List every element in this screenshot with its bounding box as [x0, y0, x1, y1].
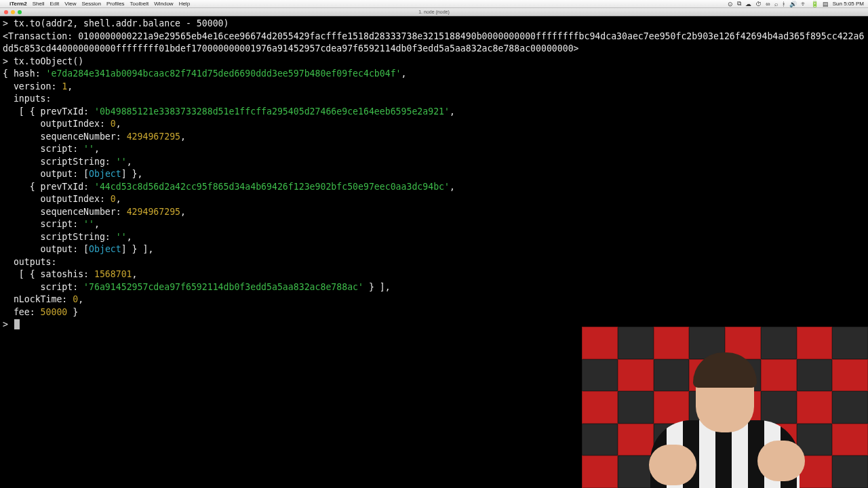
number-value: 1: [62, 81, 67, 92]
hash-value: 'e7da284e341ab0094bcaac82f741d75ded6690d…: [46, 68, 401, 79]
macos-menubar: iTerm2 Shell Edit View Session Profiles …: [0, 0, 868, 8]
number-value: 1568701: [94, 269, 132, 279]
bracket: [: [83, 244, 89, 254]
obj-open: { hash:: [3, 68, 46, 79]
cmd-line: tx.to(addr2, shell.addr.balance - 50000): [14, 18, 229, 28]
menubar-clock[interactable]: Sun 5:05 PM: [833, 1, 864, 7]
cmd-line: tx.toObject(): [14, 56, 83, 66]
number-value: 4294967295: [127, 207, 180, 217]
menu-profiles[interactable]: Profiles: [106, 1, 125, 7]
zoom-icon[interactable]: [18, 10, 22, 14]
label: output:: [3, 169, 83, 179]
minimize-icon[interactable]: [11, 10, 15, 14]
obj-close: }: [67, 307, 78, 317]
label: [ { prevTxId:: [3, 106, 94, 117]
webcam-overlay: [582, 327, 868, 488]
string-value: '': [116, 157, 127, 167]
string-value: '': [83, 219, 94, 229]
status-icon[interactable]: ∞: [766, 1, 770, 7]
prompt: >: [3, 319, 8, 329]
label: script:: [3, 282, 83, 292]
label: script:: [3, 219, 83, 229]
label: outputIndex:: [3, 119, 111, 129]
label: { prevTxId:: [3, 182, 94, 192]
label: scriptString:: [3, 232, 116, 242]
bracket: ] },: [121, 169, 143, 179]
label: fee:: [3, 307, 41, 317]
menu-edit[interactable]: Edit: [50, 1, 59, 7]
number-value: 0: [73, 294, 78, 304]
status-icon[interactable]: ⊙: [728, 1, 733, 7]
label: sequenceNumber:: [3, 207, 127, 217]
label: inputs:: [3, 94, 51, 104]
number-value: 50000: [41, 307, 68, 317]
label: [ { satoshis:: [3, 269, 94, 279]
status-icon[interactable]: ⌕: [774, 1, 778, 7]
bracket: } ],: [363, 282, 391, 292]
cursor: [14, 319, 20, 329]
prompt: >: [3, 56, 8, 66]
label: scriptString:: [3, 157, 116, 167]
object-ref: Object: [89, 169, 121, 179]
menu-session[interactable]: Session: [81, 1, 100, 7]
status-icon[interactable]: ☁: [745, 1, 751, 7]
window-title: 1. node (node): [418, 9, 450, 14]
object-ref: Object: [89, 244, 121, 254]
label: outputs:: [3, 257, 56, 267]
bluetooth-icon[interactable]: ᚼ: [782, 1, 785, 7]
number-value: 0: [111, 194, 116, 204]
volume-icon[interactable]: 🔊: [789, 1, 797, 7]
label: script:: [3, 144, 83, 154]
label: sequenceNumber:: [3, 131, 127, 142]
number-value: 4294967295: [127, 131, 180, 142]
window-titlebar: 1. node (node): [0, 8, 868, 16]
label: nLockTime:: [3, 294, 73, 304]
status-icon[interactable]: ⧉: [737, 0, 741, 7]
string-value: '': [83, 144, 94, 154]
label: outputIndex:: [3, 194, 111, 204]
number-value: 0: [111, 119, 116, 129]
webcam-person: [637, 352, 813, 488]
terminal-viewport[interactable]: > tx.to(addr2, shell.addr.balance - 5000…: [0, 16, 868, 488]
prevtxid-value: '44cd53c8d56d2a42cc95f865d34a4b69426f123…: [94, 182, 450, 192]
menu-window[interactable]: Window: [154, 1, 173, 7]
menu-toolbelt[interactable]: Toolbelt: [130, 1, 149, 7]
menu-view[interactable]: View: [64, 1, 76, 7]
menu-shell[interactable]: Shell: [33, 1, 45, 7]
string-value: '76a91452957cdea97f6592114db0f3edd5a5aa8…: [83, 282, 363, 292]
tx-output-prefix: <Transaction:: [3, 31, 78, 41]
prompt: >: [3, 18, 8, 28]
close-icon[interactable]: [4, 10, 8, 14]
prevtxid-value: '0b49885121e3383733288d51e1ffcffa295405d…: [94, 106, 450, 117]
string-value: '': [116, 232, 127, 242]
menubar-app-name[interactable]: iTerm2: [9, 1, 27, 7]
bracket: [: [83, 169, 89, 179]
label: output:: [3, 244, 83, 254]
status-icon[interactable]: ⏱: [755, 1, 762, 7]
wifi-icon[interactable]: ᯤ: [801, 1, 807, 7]
flag-icon[interactable]: ▤: [823, 1, 829, 7]
label: version:: [3, 81, 62, 92]
battery-icon[interactable]: 🔋: [811, 1, 818, 7]
tx-hex: 0100000000221a9e29565eb4e16cee96674d2055…: [3, 31, 864, 54]
bracket: ] } ],: [121, 244, 154, 254]
menu-help[interactable]: Help: [179, 1, 190, 7]
